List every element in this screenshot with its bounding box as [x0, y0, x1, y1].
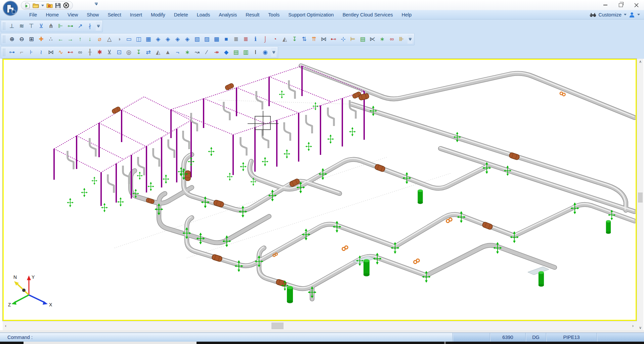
customize-caret[interactable]: [624, 14, 627, 15]
reverse-direction-icon[interactable]: ⇄: [143, 48, 153, 57]
menu-show[interactable]: Show: [82, 12, 103, 17]
menu-tools[interactable]: Tools: [264, 12, 284, 17]
valve-tool-icon[interactable]: ⋈: [319, 35, 329, 44]
weight-case-icon[interactable]: ◭: [153, 48, 163, 57]
rotation-bearing-icon[interactable]: ◎: [124, 48, 134, 57]
perspective-cone-icon[interactable]: △: [104, 35, 114, 44]
result-grid-alt-icon[interactable]: ▥: [241, 48, 251, 57]
frame-node-icon[interactable]: ⊡: [114, 48, 124, 57]
toolbar-overflow-button[interactable]: [96, 22, 101, 31]
spring-support-icon[interactable]: ≋: [17, 22, 27, 31]
scroll-left-arrow[interactable]: ‹: [3, 321, 9, 330]
tie-rod-support-icon[interactable]: ⊶: [66, 22, 75, 31]
weld-point-icon[interactable]: ⊶: [7, 48, 17, 57]
weight-loads-icon[interactable]: ◭: [280, 35, 290, 44]
menu-modify[interactable]: Modify: [146, 12, 170, 17]
menu-support-optimization[interactable]: Support Optimization: [284, 12, 338, 17]
temperature-loads-icon[interactable]: ⌡: [260, 35, 270, 44]
rigid-support-icon[interactable]: ⊤: [27, 22, 36, 31]
menu-select[interactable]: Select: [103, 12, 126, 17]
plant-item-icon[interactable]: ∗: [182, 48, 192, 57]
guide-support-icon[interactable]: ⊩: [56, 22, 66, 31]
rotate-view-icon[interactable]: ⌀: [95, 35, 104, 44]
cube-view-top-icon[interactable]: ▧: [192, 35, 202, 44]
horizontal-scrollbar[interactable]: ‹ ›: [3, 321, 637, 330]
open-file-icon[interactable]: [33, 3, 39, 8]
vertical-scroll-thumb[interactable]: [638, 192, 643, 203]
iso-view-ne-icon[interactable]: ◈: [153, 35, 163, 44]
vertical-scrollbar[interactable]: ∧ ∨: [637, 59, 643, 330]
toolbar-drag-handle[interactable]: [3, 36, 5, 43]
menu-home[interactable]: Home: [41, 12, 63, 17]
close-model-icon[interactable]: [63, 2, 69, 8]
customize-button[interactable]: Customize: [599, 12, 622, 17]
distance-tool-icon[interactable]: ⊪: [397, 35, 406, 44]
bend-component-icon[interactable]: ⌐: [17, 48, 27, 57]
open-dropdown-caret[interactable]: [41, 5, 44, 6]
pan-icon[interactable]: ✚: [36, 35, 46, 44]
toolbar-overflow-button[interactable]: [407, 35, 413, 44]
iso-view-nw-icon[interactable]: ◈: [163, 35, 173, 44]
modify-load-icon[interactable]: ⇅: [299, 35, 309, 44]
reducer-tool-icon[interactable]: ⋉: [368, 35, 377, 44]
weld-pair-icon[interactable]: ∞: [75, 48, 85, 57]
measure-tool-icon[interactable]: ⊨: [348, 35, 358, 44]
cube-view-iso-icon[interactable]: ■: [221, 35, 231, 44]
flexible-joint-icon[interactable]: ∿: [56, 48, 66, 57]
pressure-loads-icon[interactable]: ◔: [270, 35, 280, 44]
damper-support-icon[interactable]: ∤: [85, 22, 95, 31]
insert-run-icon[interactable]: ↧: [134, 48, 143, 57]
viewport-single-icon[interactable]: ▭: [124, 35, 134, 44]
zoom-extents-icon[interactable]: ∴: [46, 35, 56, 44]
recent-files-icon[interactable]: R: [46, 3, 53, 8]
close-button[interactable]: [629, 0, 644, 10]
optimize-load-icon[interactable]: ⇈: [309, 35, 319, 44]
minimize-button[interactable]: [598, 0, 613, 10]
toolbar-overflow-button[interactable]: [271, 48, 276, 57]
weight-case-alt-icon[interactable]: ▲: [163, 48, 173, 57]
menu-analysis[interactable]: Analysis: [214, 12, 241, 17]
snubber-support-icon[interactable]: ⋔: [46, 22, 56, 31]
nozzle-icon[interactable]: ✱: [95, 48, 104, 57]
zoom-in-icon[interactable]: ⊕: [7, 35, 17, 44]
stretch-pipe-icon[interactable]: ↝: [192, 48, 202, 57]
save-icon[interactable]: [55, 3, 61, 8]
menu-delete[interactable]: Delete: [170, 12, 192, 17]
hydro-test-icon[interactable]: ◆: [221, 48, 231, 57]
iso-view-sw-icon[interactable]: ◈: [182, 35, 192, 44]
user-account-icon[interactable]: [629, 12, 635, 18]
view-right-icon[interactable]: →: [66, 35, 75, 44]
autopipe-app-icon[interactable]: [3, 1, 18, 16]
incline-support-icon[interactable]: ↗: [75, 22, 85, 31]
toolbar-drag-handle[interactable]: [3, 49, 5, 56]
viewport-quad-icon[interactable]: ▦: [143, 35, 153, 44]
new-file-icon[interactable]: [25, 3, 30, 8]
flange-tool-icon[interactable]: ⊷: [329, 35, 338, 44]
node-tool-icon[interactable]: ⊹: [338, 35, 348, 44]
view-down-icon[interactable]: ↓: [85, 35, 95, 44]
linked-chain-icon[interactable]: ∞: [387, 35, 397, 44]
valve-component-icon[interactable]: ⋈: [46, 48, 56, 57]
menu-result[interactable]: Result: [241, 12, 264, 17]
scroll-up-arrow[interactable]: ∧: [637, 59, 643, 64]
anchor-support-icon[interactable]: ⊥: [7, 22, 17, 31]
elbow-alt-icon[interactable]: ¬: [173, 48, 182, 57]
command-prompt[interactable]: Command :: [0, 335, 453, 340]
menu-insert[interactable]: Insert: [126, 12, 146, 17]
plant-data-icon[interactable]: ∗: [377, 35, 387, 44]
iso-view-se-icon[interactable]: ◈: [173, 35, 182, 44]
viewport-split-icon[interactable]: ◫: [134, 35, 143, 44]
zoom-out-icon[interactable]: ⊖: [17, 35, 27, 44]
menu-loads[interactable]: Loads: [192, 12, 215, 17]
cut-pipe-icon[interactable]: ∕: [202, 48, 212, 57]
user-account-caret[interactable]: [637, 14, 640, 15]
scroll-right-arrow[interactable]: ›: [630, 321, 636, 330]
search-binoculars-icon[interactable]: [590, 12, 596, 17]
reset-display-icon[interactable]: ≣: [241, 35, 251, 44]
menu-view[interactable]: View: [63, 12, 82, 17]
vstop-insert-icon[interactable]: ⊻: [104, 48, 114, 57]
insert-load-icon[interactable]: ↧: [290, 35, 299, 44]
menu-help[interactable]: Help: [397, 12, 416, 17]
view-left-icon[interactable]: ←: [56, 35, 66, 44]
vstop-support-icon[interactable]: ⊻: [36, 22, 46, 31]
